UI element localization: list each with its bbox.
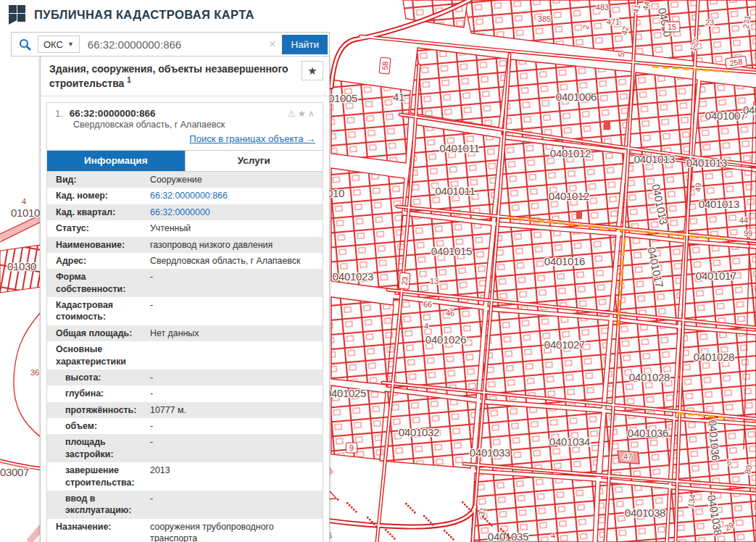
parcel-number-label: 6 xyxy=(727,458,731,467)
info-row: протяжённость:10777 м. xyxy=(47,402,323,418)
boxed-number-label: 58 xyxy=(379,57,391,74)
search-category-dropdown[interactable]: ОКС ▼ xyxy=(38,36,80,53)
clear-search-icon[interactable]: × xyxy=(262,38,282,51)
quarter-label: 0401025 xyxy=(325,387,366,399)
parcel-number-label: 4 xyxy=(424,322,428,330)
info-row-label: протяжённость: xyxy=(56,404,150,416)
info-row-value: газопровод низкого давления xyxy=(150,239,317,251)
parcel-number-label: 66 xyxy=(423,300,432,309)
boxed-number-text: 58 xyxy=(381,61,390,70)
info-row: Вид:Сооружение xyxy=(47,172,323,188)
quarter-label: 01010 xyxy=(11,207,40,219)
quarter-label: 0401007 xyxy=(705,109,746,122)
parcel-number-label: 5 xyxy=(617,52,626,57)
info-row: глубина:- xyxy=(47,385,323,401)
quarter-label: 0401028 xyxy=(629,371,670,383)
info-row-label: Кад. квартал: xyxy=(56,207,150,218)
info-row-label: Статус: xyxy=(56,222,150,234)
info-row-label: Назначение: xyxy=(56,521,150,542)
info-row-value: Сооружение xyxy=(150,174,317,185)
favorite-layer-button[interactable]: ★ xyxy=(302,61,323,80)
app-header: ПУБЛИЧНАЯ КАДАСТРОВАЯ КАРТА xyxy=(9,5,254,25)
quarter-label: 0401038 xyxy=(625,506,665,519)
info-row: Статус:Учтенный xyxy=(47,220,323,236)
info-row: Кад. квартал:66:32:0000000 xyxy=(47,204,323,220)
parcel-number-label: 44 xyxy=(739,216,748,225)
quarter-label: 0401033 xyxy=(470,446,510,459)
result-item-header: 1. 66:32:0000000:866 ⚠★∧ xyxy=(47,103,323,119)
info-row-label: Адрес: xyxy=(56,255,150,267)
info-row-value: - xyxy=(150,493,317,517)
info-row-label: глубина: xyxy=(56,388,150,399)
boxed-number-label: 15 xyxy=(664,22,680,32)
quarter-label: 0401023 xyxy=(333,270,373,283)
parcel-number-label: 483 xyxy=(596,3,609,12)
search-input[interactable] xyxy=(86,38,262,51)
info-row-value: Свердловская область, г Алапаевск xyxy=(150,255,317,267)
info-row-value-link[interactable]: 66:32:0000000:866 xyxy=(150,190,317,201)
info-row-label: Кад. номер: xyxy=(56,190,150,201)
quarter-label: 0401034 xyxy=(549,435,590,448)
results-title: Здания, сооружения, объекты незавершенно… xyxy=(41,56,329,96)
parcel-number-label: 13 xyxy=(430,277,439,285)
parcel-number-label: 46 xyxy=(446,309,454,317)
info-row-value: 2013 xyxy=(150,464,317,488)
quarter-label: 0401026 xyxy=(425,333,466,346)
info-row-label: ввод в эксплуатацию: xyxy=(56,493,150,517)
quarter-label: 040 xyxy=(743,104,756,116)
results-panel: Здания, сооружения, объекты незавершенно… xyxy=(40,56,330,542)
info-row-label: Общая площадь: xyxy=(56,328,150,339)
tab-services[interactable]: Услуги xyxy=(185,151,323,171)
quarter-label: 0401016 xyxy=(544,255,585,267)
quarter-label: 0401011 xyxy=(439,142,479,154)
tab-information[interactable]: Информация xyxy=(47,151,185,171)
info-table: Вид:СооружениеКад. номер:66:32:0000000:8… xyxy=(47,172,323,542)
quarter-label: 0401032 xyxy=(399,426,439,438)
info-row: ввод в эксплуатацию:- xyxy=(47,491,323,519)
info-row: площадь застройки:- xyxy=(47,434,323,462)
quarter-label: 0401017 xyxy=(696,270,736,282)
info-row-value: сооружения трубопроводного транспорта xyxy=(150,521,317,542)
boxed-number-text: 258 xyxy=(729,57,743,67)
quarter-label: 41 xyxy=(393,91,404,103)
parcel-number-label: 385 xyxy=(538,14,551,23)
quarter-label: 0401013 xyxy=(686,157,727,169)
find-button[interactable]: Найти xyxy=(282,35,328,54)
result-item-icons[interactable]: ⚠★∧ xyxy=(287,108,317,119)
chevron-down-icon: ▼ xyxy=(67,41,74,48)
quarter-label: 0401027 xyxy=(544,338,585,351)
parcel-number-label: 23 xyxy=(705,18,714,27)
info-row: Кад. номер:66:32:0000000:866 xyxy=(47,188,323,204)
info-row: Основные характеристики xyxy=(47,341,323,370)
boxed-number-text: 23 xyxy=(400,276,410,285)
parcel-number-label: 471 xyxy=(607,17,620,26)
info-row: Общая площадь:Нет данных xyxy=(47,325,323,341)
info-row-value: - xyxy=(150,388,317,399)
boxed-number-text: 9 xyxy=(349,443,354,452)
parcel-number-label: 99 xyxy=(744,229,752,238)
parcel-number-label: 4 xyxy=(22,197,26,206)
search-in-bounds-link[interactable]: Поиск в границах объекта → xyxy=(189,133,315,144)
boxed-number-label: 9 xyxy=(346,443,357,453)
parcel-number-label: 4 xyxy=(551,531,555,540)
quarter-label: 0401013 xyxy=(634,153,675,165)
info-row-value: - xyxy=(150,271,317,295)
info-row-label: Кадастровая стоимость: xyxy=(56,299,150,323)
info-row-label: завершение строительства: xyxy=(56,464,150,488)
info-row-value: - xyxy=(150,372,317,383)
search-icon xyxy=(12,38,38,51)
info-row: Адрес:Свердловская область, г Алапаевск xyxy=(47,253,323,269)
quarter-label: 0401011 xyxy=(435,185,475,197)
search-category-label: ОКС xyxy=(43,39,63,50)
info-row-value: Нет данных xyxy=(150,328,317,339)
result-cad-number: 66:32:0000000:866 xyxy=(70,108,288,119)
info-row-label: высота: xyxy=(56,372,150,383)
quarter-label: 0401012 xyxy=(550,147,591,159)
result-index: 1. xyxy=(55,108,63,119)
info-row-label: Основные характеристики xyxy=(56,343,150,367)
search-in-bounds-row: Поиск в границах объекта → xyxy=(47,130,323,150)
info-row-value-link[interactable]: 66:32:0000000 xyxy=(150,207,317,218)
quarter-label: 0401036 xyxy=(628,427,668,439)
result-item-card: 1. 66:32:0000000:866 ⚠★∧ Свердловская об… xyxy=(46,102,323,542)
info-row: высота:- xyxy=(47,370,323,385)
